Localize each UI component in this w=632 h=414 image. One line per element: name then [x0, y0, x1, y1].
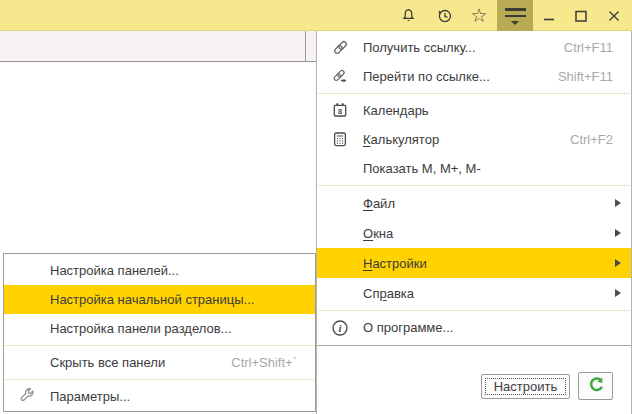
- bell-icon: [400, 7, 417, 24]
- close-icon: [606, 8, 622, 24]
- menu-item-windows[interactable]: Окна: [317, 218, 631, 248]
- menu-item-help[interactable]: Справка: [317, 278, 631, 308]
- history-button[interactable]: [429, 0, 459, 31]
- titlebar: ☆: [0, 0, 632, 31]
- app-toolbar-divider: [305, 31, 306, 61]
- main-dropdown-menu: Получить ссылку... Ctrl+F11 Перейти по с…: [316, 31, 632, 414]
- minimize-icon: [541, 8, 557, 24]
- submenu-arrow-icon: [615, 199, 621, 207]
- menu-item-label: Перейти по ссылке...: [363, 69, 490, 84]
- submenu-item-label: Скрыть все панели: [50, 355, 165, 370]
- calculator-icon: [317, 131, 363, 148]
- submenu-item-label: Настройка панелей...: [50, 263, 179, 278]
- hamburger-menu-icon: [505, 6, 526, 25]
- menu-item-label: Справка: [363, 286, 414, 301]
- close-button[interactable]: [599, 0, 629, 31]
- maximize-icon: [573, 8, 589, 24]
- submenu-arrow-icon: [615, 259, 621, 267]
- link-arrow-icon: [317, 68, 363, 85]
- info-icon: i: [317, 319, 363, 337]
- maximize-button[interactable]: [566, 0, 596, 31]
- menu-item-calendar[interactable]: 8 Календарь: [317, 96, 631, 125]
- menu-item-about[interactable]: i О программе...: [317, 313, 631, 342]
- calendar-icon: 8: [317, 102, 363, 119]
- menu-item-label: Календарь: [363, 103, 429, 118]
- favorites-button[interactable]: ☆: [464, 0, 494, 31]
- menu-item-label: Файл: [363, 196, 395, 211]
- menu-footer-separator: [317, 345, 631, 346]
- submenu-item-hide-all-panels[interactable]: Скрыть все панели Ctrl+Shift+`: [4, 348, 315, 377]
- menu-item-settings[interactable]: Настройки: [317, 248, 631, 278]
- menu-separator: [318, 185, 630, 186]
- notifications-button[interactable]: [393, 0, 423, 31]
- submenu-item-label: Настройка начальной страницы...: [50, 292, 254, 307]
- shortcut-label: Ctrl+F11: [564, 40, 631, 55]
- menu-item-label: О программе...: [363, 320, 453, 335]
- link-icon: [317, 39, 363, 56]
- menu-item-label: Показать М, М+, М-: [363, 161, 481, 176]
- menu-item-label: Получить ссылку...: [363, 40, 476, 55]
- menu-item-get-link[interactable]: Получить ссылку... Ctrl+F11: [317, 33, 631, 62]
- submenu-item-label: Настройка панели разделов...: [50, 321, 231, 336]
- menu-separator: [318, 93, 630, 94]
- menu-item-file[interactable]: Файл: [317, 188, 631, 218]
- shortcut-label: Shift+F11: [558, 69, 631, 84]
- settings-submenu: Настройка панелей... Настройка начальной…: [3, 253, 316, 412]
- svg-text:i: i: [339, 321, 342, 333]
- submenu-item-home-page-setup[interactable]: Настройка начальной страницы...: [4, 285, 315, 314]
- star-icon: ☆: [470, 6, 487, 25]
- submenu-item-sections-panel-setup[interactable]: Настройка панели разделов...: [4, 314, 315, 343]
- menu-item-label: Окна: [363, 226, 393, 241]
- submenu-arrow-icon: [615, 229, 621, 237]
- svg-text:8: 8: [338, 107, 342, 116]
- menu-item-calculator[interactable]: Калькулятор Ctrl+F2: [317, 125, 631, 154]
- menu-item-go-to-link[interactable]: Перейти по ссылке... Shift+F11: [317, 62, 631, 91]
- history-icon: [436, 7, 453, 24]
- submenu-separator: [5, 345, 314, 346]
- main-menu-button[interactable]: [497, 0, 533, 31]
- menu-separator: [318, 310, 630, 311]
- wrench-icon: [4, 388, 50, 405]
- submenu-separator: [5, 379, 314, 380]
- menu-item-label: Настройки: [363, 256, 427, 271]
- menu-item-show-memory[interactable]: Показать М, М+, М-: [317, 154, 631, 183]
- submenu-arrow-icon: [615, 289, 621, 297]
- minimize-button[interactable]: [534, 0, 564, 31]
- app-toolbar-band: [0, 31, 316, 62]
- submenu-item-label: Параметры...: [50, 389, 130, 404]
- shortcut-label: Ctrl+Shift+`: [231, 355, 315, 370]
- shortcut-label: Ctrl+F2: [570, 132, 631, 147]
- app-window: ☆: [0, 0, 632, 414]
- configure-button[interactable]: Настроить: [481, 374, 570, 399]
- refresh-icon: [587, 376, 605, 397]
- submenu-item-panel-setup[interactable]: Настройка панелей...: [4, 256, 315, 285]
- submenu-item-parameters[interactable]: Параметры...: [4, 382, 315, 411]
- menu-item-label: Калькулятор: [363, 132, 439, 147]
- refresh-button[interactable]: [578, 372, 613, 400]
